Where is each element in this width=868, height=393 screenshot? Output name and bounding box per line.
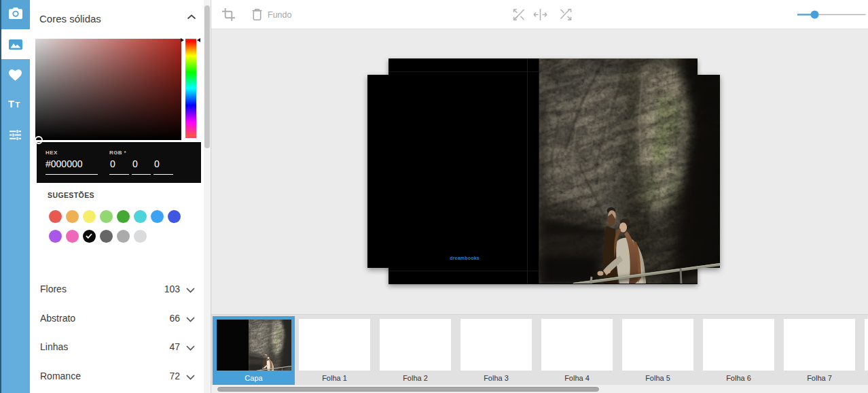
svg-text:T: T xyxy=(16,101,20,109)
svg-text:T: T xyxy=(8,99,14,109)
